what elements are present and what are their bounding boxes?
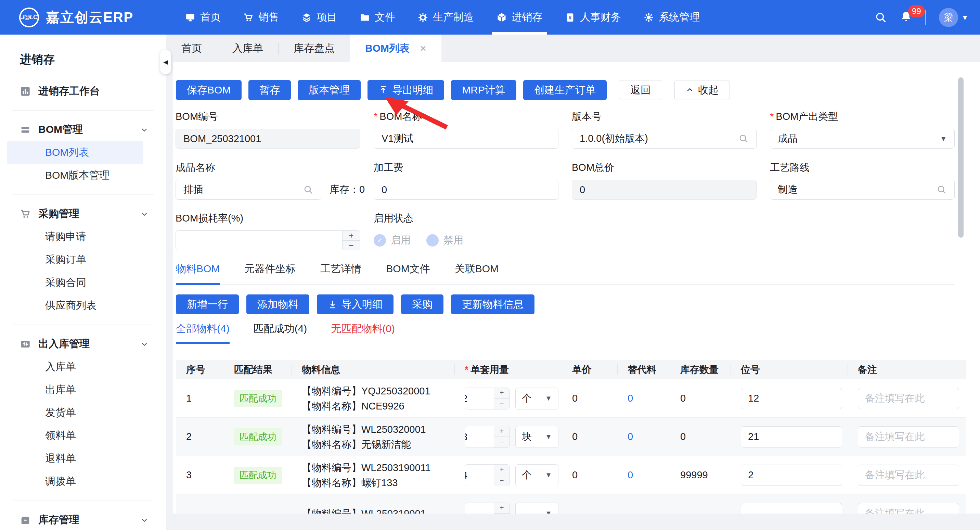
stepper-plus-button[interactable]: + <box>494 426 509 437</box>
bom-code-input[interactable] <box>183 133 352 144</box>
nav-item-manufacture[interactable]: 生产制造 <box>407 0 485 35</box>
page-tab-inbound[interactable]: 入库单 <box>217 35 278 62</box>
quantity-stepper[interactable]: +− <box>465 503 510 514</box>
stepper-plus-button[interactable]: + <box>494 503 509 514</box>
substitute-link[interactable]: 0 <box>628 431 633 442</box>
remark-input[interactable] <box>858 426 959 447</box>
sidebar-item-purchase-contract[interactable]: 采购合同 <box>7 271 143 294</box>
stepper-plus-button[interactable]: + <box>494 465 509 476</box>
sidebar-item-material-return[interactable]: 退料单 <box>7 447 143 470</box>
sidebar-item-supplier-list[interactable]: 供应商列表 <box>7 294 143 317</box>
quantity-stepper[interactable]: 3 +− <box>465 426 510 448</box>
draft-button[interactable]: 暂存 <box>248 80 291 100</box>
unit-select[interactable]: 个▼ <box>515 388 558 409</box>
subtab-bom-files[interactable]: BOM文件 <box>386 262 430 284</box>
substitute-link[interactable]: 0 <box>628 469 633 481</box>
sidebar-item-material-requisition[interactable]: 领料单 <box>7 424 143 447</box>
save-bom-button[interactable]: 保存BOM <box>176 80 242 100</box>
stepper-minus-button[interactable]: − <box>494 475 509 486</box>
sidebar-item-workbench[interactable]: 进销存工作台 <box>0 80 166 103</box>
nav-item-system[interactable]: 系统管理 <box>632 0 711 35</box>
add-row-button[interactable]: 新增一行 <box>176 294 239 314</box>
filter-matched[interactable]: 匹配成功(4) <box>253 322 307 344</box>
position-input[interactable] <box>741 388 842 409</box>
loss-rate-input[interactable] <box>183 235 336 246</box>
import-detail-button[interactable]: 导入明细 <box>317 294 393 314</box>
sidebar-item-bom-list[interactable]: BOM列表 <box>7 141 143 164</box>
sidebar-group-warehouse[interactable]: 出入库管理 <box>0 332 166 355</box>
nav-item-home[interactable]: 首页 <box>174 0 232 35</box>
sidebar-item-purchase-request[interactable]: 请购申请 <box>7 225 143 248</box>
processing-fee-input[interactable] <box>382 184 550 195</box>
nav-item-hr-finance[interactable]: ¥ 人事财务 <box>554 0 632 35</box>
page-tab-bom-list[interactable]: BOM列表 × <box>350 35 441 62</box>
nav-item-inventory[interactable]: 进销存 <box>485 0 554 35</box>
bom-name-input[interactable] <box>382 133 550 144</box>
create-production-order-button[interactable]: 创建生产订单 <box>523 80 607 100</box>
radio-enabled[interactable]: ✓ 启用 <box>374 233 410 247</box>
stepper-plus-button[interactable]: + <box>494 388 509 399</box>
filter-all-materials[interactable]: 全部物料(4) <box>176 322 230 344</box>
close-icon[interactable]: × <box>420 42 426 55</box>
sidebar-item-outbound[interactable]: 出库单 <box>7 378 143 401</box>
sidebar-group-bom[interactable]: BOM管理 <box>0 118 166 141</box>
nav-item-sales[interactable]: 销售 <box>232 0 290 35</box>
notifications-button[interactable]: 99 <box>900 11 912 24</box>
unit-select[interactable]: ▼ <box>515 503 558 514</box>
position-input[interactable] <box>741 426 842 447</box>
version-input[interactable] <box>580 133 738 144</box>
sidebar-group-stock[interactable]: 库存管理 <box>0 508 166 530</box>
nav-item-project[interactable]: 项目 <box>290 0 348 35</box>
subtab-material-bom[interactable]: 物料BOM <box>176 262 220 284</box>
unit-select[interactable]: 块▼ <box>515 426 558 448</box>
vertical-scrollbar-thumb[interactable] <box>958 77 964 238</box>
stepper-minus-button[interactable]: − <box>494 437 509 447</box>
search-icon[interactable] <box>738 134 749 144</box>
stepper-plus-button[interactable]: + <box>342 231 360 241</box>
product-name-input[interactable] <box>183 184 303 195</box>
user-menu[interactable]: 梁 ▾ <box>939 8 967 27</box>
search-icon[interactable] <box>937 185 947 195</box>
remark-input[interactable] <box>858 503 959 514</box>
purchase-button[interactable]: 采购 <box>401 294 444 314</box>
sidebar-group-purchase[interactable]: 采购管理 <box>0 202 166 225</box>
export-detail-button[interactable]: 导出明细 <box>368 80 444 100</box>
sidebar-collapse-handle[interactable]: ◀ <box>160 50 171 74</box>
filter-unmatched[interactable]: 无匹配物料(0) <box>331 322 395 344</box>
subtab-process-detail[interactable]: 工艺详情 <box>320 262 361 284</box>
page-tab-stocktake[interactable]: 库存盘点 <box>278 35 350 62</box>
nav-item-files[interactable]: 文件 <box>348 0 407 35</box>
update-material-info-button[interactable]: 更新物料信息 <box>451 294 535 314</box>
search-icon[interactable] <box>303 185 313 195</box>
field-label: BOM名称 <box>379 110 422 124</box>
sidebar-item-purchase-order[interactable]: 采购订单 <box>7 248 143 271</box>
page-tab-home[interactable]: 首页 <box>166 35 217 62</box>
remark-input[interactable] <box>858 465 959 486</box>
bom-total-input[interactable] <box>580 184 749 195</box>
process-route-input[interactable] <box>778 184 937 195</box>
output-type-select[interactable]: 成品 ▼ <box>770 129 955 148</box>
sidebar-item-shipment[interactable]: 发货单 <box>7 401 143 424</box>
collapse-panel-button[interactable]: 收起 <box>675 80 730 100</box>
radio-disabled[interactable]: 禁用 <box>426 233 463 247</box>
version-manage-button[interactable]: 版本管理 <box>298 80 361 100</box>
position-input[interactable] <box>741 503 842 514</box>
unit-select[interactable]: 个▼ <box>515 464 558 486</box>
search-icon[interactable] <box>875 11 887 24</box>
stepper-minus-button[interactable]: − <box>342 241 360 250</box>
sidebar-item-bom-version[interactable]: BOM版本管理 <box>7 164 143 187</box>
add-material-button[interactable]: 添加物料 <box>247 294 309 314</box>
mrp-calc-button[interactable]: MRP计算 <box>451 80 516 100</box>
stepper-minus-button[interactable]: − <box>494 399 509 409</box>
subtab-related-bom[interactable]: 关联BOM <box>455 262 498 284</box>
sidebar-item-inbound[interactable]: 入库单 <box>7 355 143 378</box>
sidebar-item-transfer[interactable]: 调拨单 <box>7 470 143 493</box>
position-input[interactable] <box>741 465 842 486</box>
remark-input[interactable] <box>858 388 959 409</box>
transfer-box-icon <box>20 338 31 350</box>
back-button[interactable]: 返回 <box>619 80 662 100</box>
subtab-component-coords[interactable]: 元器件坐标 <box>244 262 296 284</box>
quantity-stepper[interactable]: 4 +− <box>465 464 510 486</box>
quantity-stepper[interactable]: 2 +− <box>465 388 510 409</box>
substitute-link[interactable]: 0 <box>628 393 633 404</box>
